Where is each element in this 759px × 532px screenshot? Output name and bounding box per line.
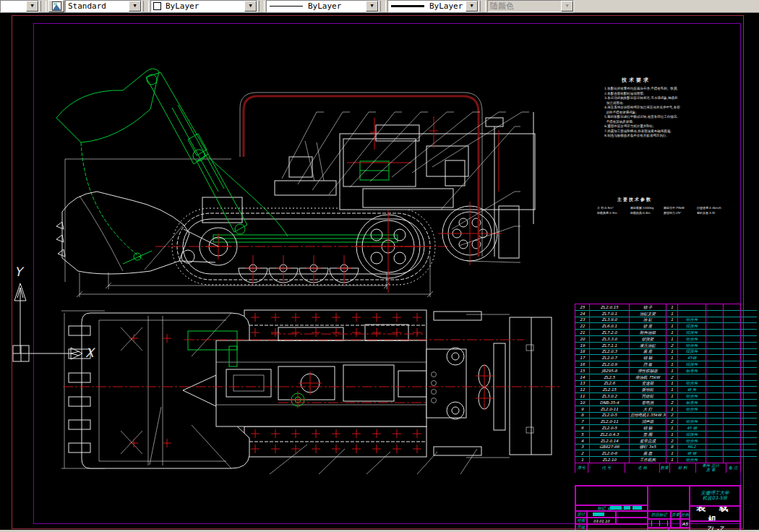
toolbar: ▼ Standard ▼ ByLayer ▼ ByLayer ▼ ByLayer… (0, 0, 759, 13)
chevron-down-icon[interactable]: ▼ (26, 1, 38, 12)
scale-label: 比例 (680, 511, 690, 519)
color-value: ByLayer (163, 1, 201, 11)
param-item: 斗 容:0.5m³ (597, 206, 627, 210)
params-title: 主要技术参数 (617, 197, 727, 203)
parts-list-table: 25ZL2.0.15销 子124ZL7.0.1油缸支架123ZL3.9.0油 缸… (575, 304, 741, 473)
bom-row: 5ZL2.0.4.3垫 圈1焊接件 (575, 431, 757, 437)
color-combo[interactable]: ByLayer ▼ (150, 0, 257, 12)
bom-row: 6ZL2.0-5销 轴145 钢 (575, 425, 757, 432)
toolbar-separator (480, 1, 486, 12)
chevron-down-icon[interactable]: ▼ (129, 1, 141, 12)
technical-parameters: 主要技术参数 斗 容:0.5m³额定载重:1000kg额定功率:75kW行驶速度… (597, 197, 727, 215)
param-item: 爬坡能力:25° (664, 211, 694, 215)
technical-notes: 技术要求 1.装配前所有零件均应清洗干净,不得有毛刺、铁屑;2.各配合面装配时涂… (604, 77, 729, 139)
plan-view-drawing (61, 306, 567, 476)
param-item: 卸载距离:0.8m (630, 211, 661, 215)
title-block: 标记 处数 分区 设计 绘图 03.01.10 中校 主管 阶段标记 质量 比例… (575, 485, 741, 532)
draw-label: 绘图 (575, 518, 587, 524)
ucs-y-label: Y (14, 265, 25, 279)
bom-row: 25ZL2.0.15销 子1 (575, 304, 757, 310)
param-item: 行驶速度:2.4km/h (697, 206, 727, 210)
ucs-icon: Y X (7, 260, 101, 365)
stage-label: 阶段标记 (648, 511, 671, 519)
param-item: 卸载高度:2.5m (597, 211, 627, 215)
lineweight-combo[interactable]: ByLayer ▼ (387, 0, 479, 12)
chevron-down-icon[interactable]: ▼ (366, 1, 378, 12)
design-label: 设计 (575, 511, 587, 518)
side-view-drawing (36, 40, 564, 300)
bom-row: 16ZL2.0.9挡 板1焊接件 (575, 361, 757, 368)
lineweight-icon (391, 5, 424, 7)
bom-row: 23ZL3.9.0油 缸1组合件 (575, 317, 757, 323)
param-item: 额定功率:75kW (664, 206, 694, 210)
text-style-button[interactable] (48, 0, 64, 12)
chevron-down-icon[interactable]: ▼ (466, 1, 478, 12)
mass-label: 质量 (671, 511, 680, 519)
bom-row: 15JB295-8弹性联轴器1标准件 (575, 367, 757, 374)
bom-row: 2ZL2.0-8底 盘1铸 钢 (575, 450, 757, 457)
toolbar-separator (143, 1, 149, 12)
param-item: 整机质量:3.5t (697, 211, 727, 215)
text-style-icon (52, 1, 61, 11)
toolbar-separator (40, 1, 46, 12)
left-partial-combo[interactable]: ▼ (0, 0, 39, 12)
bom-row: 19ZL7.1.1液压油缸2组合件 (575, 342, 757, 348)
chevron-down-icon[interactable]: ▼ (244, 1, 257, 12)
toolbar-separator (259, 1, 265, 12)
bom-row: 24ZL7.0.1油缸支架1 (575, 310, 757, 317)
bom-row: 14ZL2.5柴油机 75kW2 (575, 374, 757, 380)
color-swatch-icon (153, 2, 161, 10)
notes-title: 技术要求 (622, 77, 729, 84)
plan-rear (426, 314, 552, 458)
bom-row: 3GB827-86铆钉 3x58ML2 (575, 444, 757, 450)
ucs-x-label: X (85, 346, 95, 360)
param-item: 额定载重:1000kg (630, 206, 661, 210)
lineweight-value: ByLayer (427, 1, 465, 11)
chevron-down-icon: ▼ (561, 1, 573, 12)
toolbar-separator (380, 1, 386, 12)
plot-style-combo: 随颜色 ▼ (487, 0, 574, 12)
bom-row: 9ZL2.0-11大 灯1组合件 (575, 406, 757, 412)
bom-row: 10DNB-35-4蓄电池2标准件 (575, 399, 757, 406)
bom-row: 7ZL2.0-11消声器2组合件 (575, 419, 757, 425)
paper-size: A5 (680, 519, 690, 528)
drawing-canvas[interactable]: Y X 技术要求 1.装配前所有零件均应清洗干净,不得有毛刺、铁屑;2.各配合面… (0, 13, 759, 530)
drawing-title: 装 载 机 (690, 506, 740, 521)
linetype-icon (270, 6, 303, 7)
plot-style-value: 随颜色 (488, 1, 516, 12)
design-date: 03.01.10 (587, 518, 616, 524)
text-style-combo[interactable]: Standard ▼ (65, 0, 142, 12)
bom-row: 17ZL2.0.7销 轴145钢 (575, 355, 757, 361)
mark-label: 标记 (596, 506, 606, 511)
parts-list-header: 序号 代 号 名 称 数量 材 料 单件 总计 质 量 备 注 (575, 463, 740, 473)
bom-row: 8ZL2.0-5启动电机1.35kW 36V2 (575, 412, 757, 419)
bom-row: 1ZL2.10工作机构1组合件 (575, 457, 757, 463)
bom-row: 21ZL7.2.0附件油箱1焊接件 (575, 330, 757, 336)
bom-row: 20ZL3.3.0铰接架1组合件 (575, 335, 757, 342)
linetype-combo[interactable]: ByLayer ▼ (266, 0, 379, 12)
linetype-value: ByLayer (306, 1, 343, 11)
class-name: 机设03-5班 (703, 496, 727, 501)
bom-row: 18ZL2.0.3底 座1焊接件 (575, 348, 757, 355)
note-line: 8.制造与验收技术条件按有关标准规定执行。 (604, 134, 729, 139)
bom-row: 12ZL2.15驱动轮1铸 件 (575, 387, 757, 393)
bom-row: 13ZL2.6变速箱1组合件 (575, 380, 757, 387)
text-style-value: Standard (66, 1, 108, 11)
bom-row: 22ZL6.0.1铰 座1焊接件 (575, 323, 757, 330)
bom-row: 4ZL2.0.14履带总成2组合件 (575, 437, 757, 444)
bom-row: 11ZL3.0.2托链轮1组合件 (575, 393, 757, 400)
